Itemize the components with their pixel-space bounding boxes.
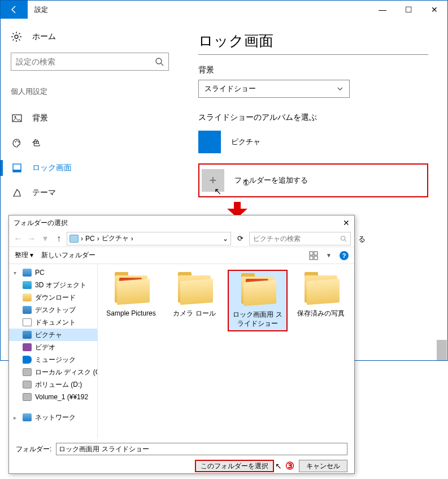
callout-3: ③	[285, 460, 294, 472]
folder-icon	[238, 273, 277, 307]
view-caret[interactable]: ▼	[326, 252, 332, 258]
folder-icon	[301, 272, 341, 306]
home-link[interactable]: ホーム	[11, 31, 171, 42]
side-text: る	[358, 234, 366, 244]
nav-label: テーマ	[32, 188, 56, 198]
pic-icon	[23, 331, 32, 339]
select-folder-button[interactable]: このフォルダーを選択	[195, 460, 274, 472]
folder-input[interactable]	[56, 443, 347, 455]
organize-menu[interactable]: 整理 ▾	[15, 251, 33, 260]
tree-item-8[interactable]: ローカル ディスク (C	[9, 366, 97, 378]
settings-search[interactable]	[11, 53, 169, 71]
breadcrumb[interactable]: › PC › ピクチャ › ⌄	[67, 232, 231, 245]
nav-label: 背景	[32, 113, 48, 123]
vid-icon	[23, 343, 32, 351]
disk-icon	[23, 368, 32, 376]
folder-label: カメラ ロール	[166, 309, 223, 318]
tree-label: ミュージック	[35, 355, 76, 365]
help-icon[interactable]: ?	[340, 251, 349, 260]
pc-icon	[23, 269, 32, 277]
tree-item-4[interactable]: ドキュメント	[9, 316, 97, 329]
newfolder-button[interactable]: 新しいフォルダー	[41, 251, 95, 260]
background-dropdown[interactable]: スライドショー	[198, 80, 350, 98]
nav-lockscreen[interactable]: ロック画面	[11, 156, 171, 180]
desktop-icon	[23, 306, 32, 314]
nav-back[interactable]: ←	[12, 234, 24, 244]
nav-background[interactable]: 背景	[11, 106, 171, 131]
cube-icon	[23, 281, 32, 289]
svg-point-4	[15, 116, 16, 118]
mus-icon	[23, 356, 32, 364]
nav-history[interactable]: ▾	[40, 233, 51, 244]
nav-up[interactable]: ↑	[53, 234, 64, 244]
dialog-close-button[interactable]: ✕	[343, 218, 350, 227]
bc-pictures[interactable]: ピクチャ	[102, 234, 129, 243]
folder-grid: Sample Picturesカメラ ロールロック画面用 スライドショー保存済み…	[98, 264, 354, 438]
tree-label: 3D オブジェクト	[35, 281, 86, 290]
svg-point-6	[16, 140, 18, 141]
folder-picker-dialog: フォルダーの選択 ✕ ← → ▾ ↑ › PC › ピクチャ › ⌄ ⟳ 整理 …	[8, 215, 355, 474]
dialog-footer: フォルダー: このフォルダーを選択 ↖ ③ キャンセル	[9, 438, 354, 477]
gear-icon	[11, 31, 22, 42]
dialog-title: フォルダーの選択	[14, 218, 68, 228]
folder-label: ロック画面用 スライドショー	[230, 310, 285, 328]
section-label: 個人用設定	[11, 87, 171, 97]
folder-item-1[interactable]: カメラ ロール	[164, 270, 224, 321]
tree-item-10[interactable]: Volume_1 (¥¥192	[9, 391, 97, 403]
tree-item-9[interactable]: ボリューム (D:)	[9, 378, 97, 391]
tree-item-0[interactable]: ▾PC	[9, 266, 97, 279]
folder-icon	[175, 272, 214, 306]
page-title: ロック画面	[198, 31, 428, 51]
search-input[interactable]	[16, 57, 155, 66]
album-pictures[interactable]: ピクチャ	[198, 131, 428, 153]
tree-item-6[interactable]: ビデオ	[9, 341, 97, 353]
cancel-button[interactable]: キャンセル	[299, 460, 347, 472]
tree-item-11[interactable]: ▸ネットワーク	[9, 411, 97, 424]
view-icon[interactable]	[309, 251, 318, 260]
tree-item-1[interactable]: 3D オブジェクト	[9, 279, 97, 291]
svg-line-2	[161, 63, 163, 66]
add-folder-button[interactable]: + フォルダーを追加する ↖	[198, 163, 428, 197]
search-icon	[155, 57, 164, 66]
scrollbar-thumb[interactable]	[437, 340, 447, 360]
refresh-button[interactable]: ⟳	[233, 234, 247, 243]
nav-themes[interactable]: テーマ	[11, 180, 171, 205]
svg-line-11	[345, 240, 346, 241]
disk-icon	[23, 393, 32, 401]
tree-label: ドキュメント	[35, 318, 76, 327]
tree-item-3[interactable]: デスクトップ	[9, 304, 97, 316]
folder-item-0[interactable]: Sample Pictures	[101, 270, 161, 321]
background-label: 背景	[198, 65, 428, 75]
dropdown-value: スライドショー	[205, 84, 256, 94]
close-button[interactable]: ✕	[421, 1, 447, 19]
dialog-search[interactable]	[249, 232, 351, 245]
tree-label: ピクチャ	[35, 330, 62, 340]
tree-item-2[interactable]: ダウンロード	[9, 291, 97, 304]
bc-dropdown[interactable]: ⌄	[223, 235, 228, 243]
tree-label: ダウンロード	[35, 293, 76, 303]
doc-icon	[23, 318, 32, 326]
nav-colors[interactable]: 色	[11, 131, 171, 156]
tree-label: ローカル ディスク (C	[35, 368, 98, 377]
window-title: 設定	[34, 5, 369, 15]
home-label: ホーム	[32, 32, 56, 42]
bc-caret: ›	[97, 235, 99, 243]
nav-label: 色	[32, 138, 40, 148]
minimize-button[interactable]: —	[369, 1, 395, 19]
tree-label: ボリューム (D:)	[35, 380, 82, 390]
title-underline	[198, 54, 428, 55]
dialog-search-input[interactable]	[253, 235, 340, 243]
lockscreen-icon	[12, 163, 22, 173]
pictures-thumb	[198, 131, 221, 153]
folder-item-3[interactable]: 保存済みの写真	[291, 270, 351, 321]
tree-item-7[interactable]: ミュージック	[9, 353, 97, 366]
svg-point-10	[341, 236, 346, 240]
folder-input-label: フォルダー:	[16, 445, 51, 454]
back-button[interactable]	[1, 1, 28, 19]
bc-pc[interactable]: PC	[85, 235, 95, 243]
maximize-button[interactable]: ☐	[395, 1, 421, 19]
folder-item-2[interactable]: ロック画面用 スライドショー	[228, 270, 288, 331]
tree-label: デスクトップ	[35, 305, 76, 315]
nav-fwd[interactable]: →	[26, 234, 37, 244]
tree-item-5[interactable]: ピクチャ	[9, 329, 97, 341]
